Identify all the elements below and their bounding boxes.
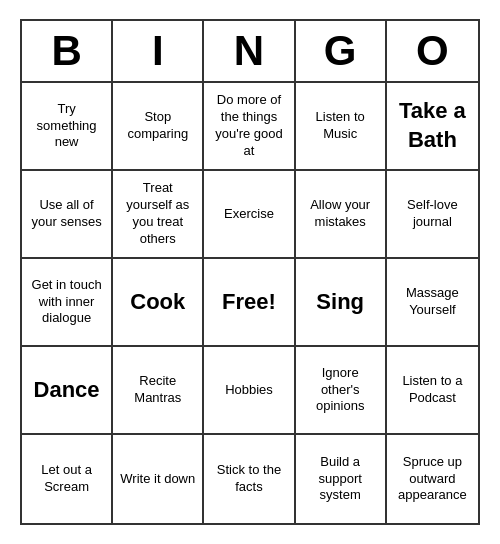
bingo-card: BINGO Try something newStop comparingDo …: [20, 19, 480, 525]
bingo-cell-5[interactable]: Use all of your senses: [22, 171, 113, 259]
header-letter-n: N: [204, 21, 295, 81]
bingo-cell-21[interactable]: Write it down: [113, 435, 204, 523]
bingo-cell-6[interactable]: Treat yourself as you treat others: [113, 171, 204, 259]
bingo-cell-17[interactable]: Hobbies: [204, 347, 295, 435]
header-letter-i: I: [113, 21, 204, 81]
bingo-cell-7[interactable]: Exercise: [204, 171, 295, 259]
bingo-cell-0[interactable]: Try something new: [22, 83, 113, 171]
bingo-cell-8[interactable]: Allow your mistakes: [296, 171, 387, 259]
bingo-cell-23[interactable]: Build a support system: [296, 435, 387, 523]
bingo-grid: Try something newStop comparingDo more o…: [22, 83, 478, 523]
header-letter-o: O: [387, 21, 478, 81]
header-letter-g: G: [296, 21, 387, 81]
bingo-cell-19[interactable]: Listen to a Podcast: [387, 347, 478, 435]
bingo-cell-22[interactable]: Stick to the facts: [204, 435, 295, 523]
bingo-cell-16[interactable]: Recite Mantras: [113, 347, 204, 435]
bingo-cell-11[interactable]: Cook: [113, 259, 204, 347]
bingo-cell-12[interactable]: Free!: [204, 259, 295, 347]
bingo-cell-1[interactable]: Stop comparing: [113, 83, 204, 171]
bingo-cell-10[interactable]: Get in touch with inner dialogue: [22, 259, 113, 347]
bingo-cell-18[interactable]: Ignore other's opinions: [296, 347, 387, 435]
bingo-cell-15[interactable]: Dance: [22, 347, 113, 435]
bingo-cell-13[interactable]: Sing: [296, 259, 387, 347]
bingo-cell-20[interactable]: Let out a Scream: [22, 435, 113, 523]
bingo-cell-3[interactable]: Listen to Music: [296, 83, 387, 171]
bingo-cell-2[interactable]: Do more of the things you're good at: [204, 83, 295, 171]
header-letter-b: B: [22, 21, 113, 81]
bingo-cell-14[interactable]: Massage Yourself: [387, 259, 478, 347]
bingo-cell-24[interactable]: Spruce up outward appearance: [387, 435, 478, 523]
bingo-header: BINGO: [22, 21, 478, 83]
bingo-cell-9[interactable]: Self-love journal: [387, 171, 478, 259]
bingo-cell-4[interactable]: Take a Bath: [387, 83, 478, 171]
